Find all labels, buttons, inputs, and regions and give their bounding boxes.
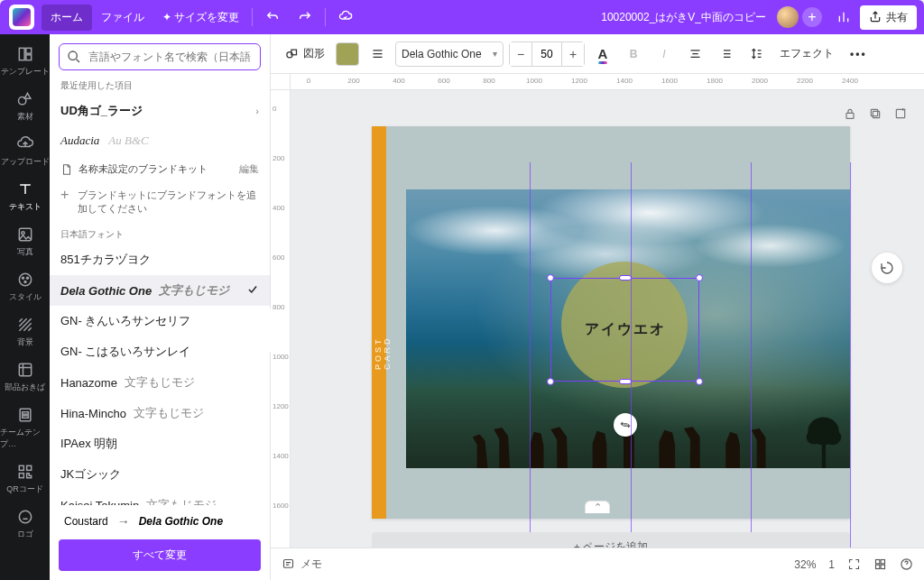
guide-line[interactable] xyxy=(850,162,851,548)
duplicate-icon[interactable] xyxy=(868,106,882,121)
italic-button[interactable]: I xyxy=(651,41,677,67)
add-brand-font[interactable]: + ブランドキットにブランドフォントを追加してください xyxy=(50,183,270,225)
font-replace-bar: Coustard → Dela Gothic One xyxy=(50,505,270,536)
font-search[interactable] xyxy=(59,43,261,70)
file-button[interactable]: ファイル xyxy=(92,5,153,31)
shape-button[interactable]: 図形 xyxy=(280,41,330,67)
align-button[interactable] xyxy=(682,41,707,67)
reset-zoom-fab[interactable] xyxy=(872,253,902,283)
document-title[interactable]: 10020002_はがきV_中面のコピー xyxy=(601,10,766,25)
user-avatar[interactable] xyxy=(777,6,799,28)
canvas-area[interactable]: 0200400600800100012001400160018002000220… xyxy=(271,74,924,548)
guide-line[interactable] xyxy=(530,162,531,548)
font-row[interactable]: Hina-Mincho文字もじモジ xyxy=(50,398,270,428)
font-search-input[interactable] xyxy=(87,51,253,63)
add-member-button[interactable]: + xyxy=(802,7,822,27)
font-row[interactable]: UD角ゴ_ラージ › xyxy=(50,96,270,126)
more-button[interactable]: ••• xyxy=(845,41,873,67)
ruler-horizontal: 0200400600800100012001400160018002000220… xyxy=(291,74,924,90)
app-logo[interactable] xyxy=(9,5,34,30)
recent-heading: 最近使用した項目 xyxy=(50,76,270,96)
page-indicator[interactable]: 1 xyxy=(828,558,835,571)
font-row[interactable]: GN- こはるいろサンレイ xyxy=(50,336,270,367)
rail-qr[interactable]: QRコード xyxy=(0,457,50,502)
lock-icon[interactable] xyxy=(843,106,857,121)
orange-strip[interactable]: POST CARD xyxy=(372,126,386,519)
resize-handle[interactable] xyxy=(547,378,554,385)
undo-icon[interactable] xyxy=(260,5,285,30)
font-row[interactable]: Kaisei Tokumin文字もじモジ xyxy=(50,490,270,505)
notes-button[interactable]: メモ xyxy=(282,557,322,572)
list-button[interactable] xyxy=(713,41,738,67)
font-picker[interactable]: Dela Gothic One ▾ xyxy=(395,41,504,67)
rail-logo[interactable]: ロゴ xyxy=(0,502,50,548)
rail-styles[interactable]: スタイル xyxy=(0,265,50,310)
font-row[interactable]: GN- きんいろサンセリフ xyxy=(50,306,270,336)
text-color-button[interactable]: A xyxy=(590,41,615,67)
guide-line[interactable] xyxy=(751,162,752,548)
size-input[interactable] xyxy=(531,42,562,66)
resize-handle[interactable] xyxy=(619,379,632,384)
fill-color-swatch[interactable] xyxy=(336,42,359,66)
swap-button[interactable] xyxy=(614,413,637,437)
resize-handle[interactable] xyxy=(547,274,554,281)
cloud-sync-icon[interactable] xyxy=(333,5,358,30)
svg-rect-11 xyxy=(20,409,31,420)
bold-button[interactable]: B xyxy=(621,41,646,67)
stage[interactable]: POST CARD xyxy=(291,90,924,548)
rail-teamtpl[interactable]: チームテンプ… xyxy=(0,400,50,457)
resize-handle[interactable] xyxy=(619,275,632,281)
effects-button[interactable]: エフェクト xyxy=(774,41,839,67)
spacing-button[interactable] xyxy=(744,41,769,67)
font-row[interactable]: JKゴシック xyxy=(50,459,270,490)
font-name: Kaisei Tokumin xyxy=(60,499,139,506)
font-row[interactable]: Dela Gothic One文字もじモジ xyxy=(50,275,270,306)
page-tray-toggle[interactable]: ⌃ xyxy=(585,501,610,513)
home-button[interactable]: ホーム xyxy=(42,5,92,31)
brandkit-row[interactable]: 名称未設定のブランドキット 編集 xyxy=(50,155,270,183)
rail-text[interactable]: テキスト xyxy=(0,175,50,220)
text-element[interactable]: アイウエオ xyxy=(551,279,698,381)
font-size-stepper[interactable]: − + xyxy=(509,41,585,67)
notes-label: メモ xyxy=(300,557,322,572)
chart-icon[interactable] xyxy=(831,5,856,30)
font-row[interactable]: IPAex 明朝 xyxy=(50,428,270,459)
rail-templates[interactable]: テンプレート xyxy=(0,40,50,85)
shape-label: 図形 xyxy=(303,46,325,61)
new-page-icon[interactable] xyxy=(893,106,908,121)
font-row[interactable]: Hanazome文字もじモジ xyxy=(50,367,270,398)
add-page-button[interactable]: + ページを追加 xyxy=(372,532,850,548)
rail-parts[interactable]: 部品おきば xyxy=(0,355,50,400)
rail-photos[interactable]: 写真 xyxy=(0,220,50,265)
font-row[interactable]: Audacia Au B&C xyxy=(50,126,270,155)
bottom-bar: メモ 32% 1 xyxy=(271,548,924,580)
page-canvas[interactable]: POST CARD xyxy=(372,126,850,519)
guide-line[interactable] xyxy=(631,162,632,548)
resize-handle[interactable] xyxy=(696,274,703,281)
share-button[interactable]: 共有 xyxy=(860,5,917,30)
resize-button[interactable]: ✦ サイズを変更 xyxy=(153,5,248,31)
zoom-value[interactable]: 32% xyxy=(794,558,816,571)
selection-box[interactable]: アイウエオ xyxy=(550,278,699,382)
svg-rect-13 xyxy=(22,416,28,419)
grid-icon[interactable] xyxy=(873,557,887,571)
resize-handle[interactable] xyxy=(696,378,703,385)
brandkit-edit[interactable]: 編集 xyxy=(239,162,259,176)
border-style-button[interactable] xyxy=(365,41,390,67)
rail-uploads[interactable]: アップロード xyxy=(0,130,50,175)
rail-elements[interactable]: 素材 xyxy=(0,85,50,130)
svg-rect-30 xyxy=(876,560,880,564)
redo-icon[interactable] xyxy=(292,5,318,30)
svg-rect-12 xyxy=(22,412,28,415)
svg-rect-0 xyxy=(19,48,24,60)
size-plus[interactable]: + xyxy=(562,42,584,66)
help-icon[interactable] xyxy=(900,557,913,571)
size-minus[interactable]: − xyxy=(510,42,531,66)
context-toolbar: 図形 Dela Gothic One ▾ − + A B I エフェクト ••• xyxy=(271,34,924,74)
svg-rect-22 xyxy=(873,111,879,117)
fullscreen-icon[interactable] xyxy=(847,557,861,571)
rail-background[interactable]: 背景 xyxy=(0,310,50,355)
font-row[interactable]: 851チカラヅヨク xyxy=(50,244,270,275)
apply-all-button[interactable]: すべて変更 xyxy=(59,539,261,571)
svg-rect-16 xyxy=(19,474,23,478)
